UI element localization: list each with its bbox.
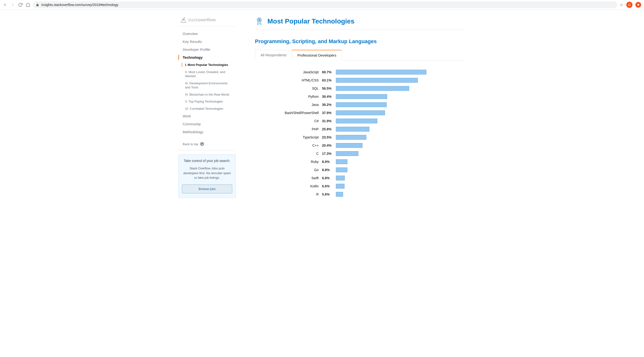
sidebar-item-community[interactable]: Community [178, 120, 236, 128]
sidebar-subitem-dev-environments[interactable]: III. Development Environments and Tools [182, 80, 236, 91]
chart-value-label: 31.9% [322, 119, 336, 123]
chart-bar [336, 143, 362, 148]
chart-value-label: 63.1% [322, 78, 336, 82]
chart-value-label: 6.8% [322, 176, 336, 180]
home-icon[interactable] [26, 3, 30, 7]
chart-row: Bash/Shell/PowerShell37.9% [255, 109, 466, 117]
chart-bar [336, 86, 409, 91]
chart-category-label: C++ [255, 144, 322, 147]
back-icon[interactable] [3, 3, 7, 7]
chart-bar [336, 167, 348, 172]
chart-category-label: C [255, 152, 322, 156]
back-to-top-link[interactable]: Back to top ▴ [178, 140, 236, 148]
sidebar-item-overview[interactable]: Overview [178, 30, 236, 38]
chart-value-label: 5.6% [322, 192, 336, 196]
chart-bar [336, 102, 387, 107]
chart-row: C#31.9% [255, 117, 466, 125]
chart-category-label: HTML/CSS [255, 78, 322, 82]
chart-category-label: PHP [255, 127, 322, 131]
divider [178, 26, 236, 26]
main-content: Most Popular Technologies Programming, S… [255, 10, 466, 198]
chart-value-label: 8.8% [322, 168, 336, 172]
chart-bar-track [336, 167, 466, 172]
chart-row: C++20.4% [255, 141, 466, 150]
chart-value-label: 17.3% [322, 152, 336, 156]
sidebar-subitem-correlated[interactable]: VI. Correlated Technologies [182, 105, 236, 112]
chart-bar-track [336, 143, 466, 148]
chart-bar-track [336, 127, 466, 132]
chart-row: Go8.8% [255, 166, 466, 174]
chart-bar-track [336, 70, 466, 75]
browse-jobs-button[interactable]: Browse jobs [182, 184, 232, 193]
chart-bar-track [336, 176, 466, 180]
chart-category-label: Java [255, 103, 322, 107]
reload-icon[interactable] [18, 3, 22, 7]
stackoverflow-icon [181, 17, 186, 23]
languages-bar-chart: JavaScript69.7%HTML/CSS63.1%SQL56.5%Pyth… [255, 68, 466, 198]
browser-toolbar: insights.stackoverflow.com/survey/2019#t… [0, 0, 644, 10]
sidebar-item-methodology[interactable]: Methodology [178, 128, 236, 136]
chart-bar-track [336, 135, 466, 140]
jobs-card-description: Stack Overflow Jobs puts developers firs… [182, 166, 232, 180]
chart-category-label: Swift [255, 176, 322, 180]
sidebar: stackoverflow Overview Key Results Devel… [178, 10, 236, 198]
chart-bar-track [336, 102, 466, 107]
ribbon-award-icon [255, 17, 264, 26]
chart-value-label: 39.4% [322, 95, 336, 99]
chart-bar [336, 159, 348, 164]
profile-avatar[interactable]: D [626, 2, 632, 8]
chart-row: Java39.2% [255, 101, 466, 109]
chart-value-label: 23.5% [322, 135, 336, 139]
chart-value-label: 8.9% [322, 160, 336, 164]
chart-value-label: 37.9% [322, 111, 336, 115]
chart-category-label: Bash/Shell/PowerShell [255, 111, 322, 115]
bookmark-star-icon[interactable]: ☆ [620, 2, 624, 8]
sidebar-item-key-results[interactable]: Key Results [178, 38, 236, 46]
logo-text-overflow: overflow [198, 18, 216, 22]
stackoverflow-logo[interactable]: stackoverflow [178, 17, 236, 23]
jobs-card-title: Take control of your job search. [182, 159, 232, 163]
forward-icon [10, 3, 15, 7]
extension-badge-icon[interactable] [636, 2, 641, 8]
chart-value-label: 39.2% [322, 103, 336, 107]
sidebar-item-technology[interactable]: Technology [178, 54, 236, 61]
chart-row: JavaScript69.7% [255, 68, 466, 76]
chart-row: PHP25.8% [255, 125, 466, 133]
chart-row: C17.3% [255, 150, 466, 158]
chart-category-label: C# [255, 119, 322, 123]
back-to-top-label: Back to top [183, 142, 198, 146]
chart-value-label: 6.6% [322, 184, 336, 188]
chart-value-label: 25.8% [322, 127, 336, 131]
chart-category-label: Kotlin [255, 184, 322, 188]
chart-bar-track [336, 78, 466, 83]
sidebar-item-developer-profile[interactable]: Developer Profile [178, 46, 236, 54]
tab-professional-developers[interactable]: Professional Developers [292, 50, 342, 60]
chart-bar [336, 78, 418, 83]
chart-category-label: SQL [255, 87, 322, 90]
sidebar-subitem-loved-dreaded[interactable]: II. Most Loved, Dreaded, and Wanted [182, 69, 236, 80]
chart-bar-track [336, 111, 466, 115]
chart-row: Swift6.8% [255, 174, 466, 182]
chart-value-label: 56.5% [322, 87, 336, 90]
chart-value-label: 20.4% [322, 144, 336, 147]
chart-row: SQL56.5% [255, 84, 466, 93]
chevron-up-icon: ▴ [200, 142, 204, 146]
chart-category-label: Python [255, 95, 322, 99]
url-text: insights.stackoverflow.com/survey/2019#t… [42, 3, 118, 7]
chart-row: Python39.4% [255, 93, 466, 101]
chart-bar [336, 184, 344, 189]
address-bar[interactable]: insights.stackoverflow.com/survey/2019#t… [32, 2, 617, 8]
sidebar-subitem-most-popular[interactable]: I. Most Popular Technologies [182, 61, 236, 69]
sidebar-item-work[interactable]: Work [178, 112, 236, 120]
sidebar-subitem-top-paying[interactable]: V. Top Paying Technologies [182, 98, 236, 105]
chart-title: Programming, Scripting, and Markup Langu… [255, 38, 466, 45]
chart-bar [336, 176, 345, 180]
chart-category-label: Go [255, 168, 322, 172]
chart-bar [336, 119, 377, 123]
chart-category-label: R [255, 192, 322, 196]
sidebar-subitem-blockchain[interactable]: IV. Blockchain in the Real World [182, 91, 236, 98]
tabs: All Respondents Professional Developers [255, 50, 466, 60]
chart-category-label: TypeScript [255, 135, 322, 139]
tab-all-respondents[interactable]: All Respondents [255, 50, 292, 60]
divider [178, 150, 236, 150]
